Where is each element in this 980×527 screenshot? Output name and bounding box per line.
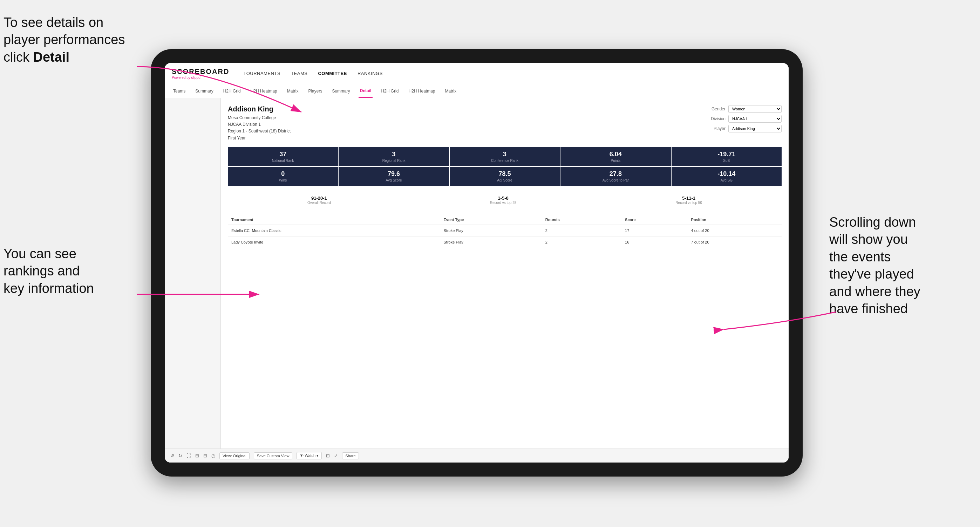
arrow-to-table — [717, 308, 840, 337]
cell-event-type-2: Stroke Play — [440, 236, 542, 248]
cell-position-1: 4 out of 20 — [688, 225, 782, 236]
player-header: Addison King Mesa Community College NJCA… — [228, 105, 782, 141]
table-header-row: Tournament Event Type Rounds Score Posit… — [228, 215, 782, 225]
subnav-h2h-heatmap2[interactable]: H2H Heatmap — [407, 84, 436, 98]
stat-wins: 0 Wins — [228, 167, 338, 186]
arrow-to-stats — [133, 280, 274, 308]
gender-select[interactable]: Women — [728, 105, 782, 113]
col-tournament: Tournament — [228, 215, 440, 225]
grid-icon[interactable]: ⊞ — [195, 453, 199, 458]
stat-national-rank: 37 National Rank — [228, 147, 338, 166]
events-table: Tournament Event Type Rounds Score Posit… — [228, 215, 782, 248]
undo-icon[interactable]: ↺ — [170, 453, 174, 458]
col-position: Position — [688, 215, 782, 225]
tablet-screen: SCOREBOARD Powered by clippd TOURNAMENTS… — [165, 63, 789, 462]
fullscreen-icon[interactable]: ⤢ — [334, 453, 338, 458]
detail-panel: Addison King Mesa Community College NJCA… — [221, 98, 789, 449]
player-control: Player Addison King — [705, 125, 782, 132]
division-select[interactable]: NJCAA I — [728, 115, 782, 123]
gender-control: Gender Women — [705, 105, 782, 113]
minus-icon[interactable]: ⊟ — [203, 453, 207, 458]
table-row: Lady Coyote Invite Stroke Play 2 16 7 ou… — [228, 236, 782, 248]
cell-tournament-1: Estella CC- Mountain Classic — [228, 225, 440, 236]
col-rounds: Rounds — [542, 215, 621, 225]
subnav-h2h-grid2[interactable]: H2H Grid — [380, 84, 400, 98]
stats-row1: 37 National Rank 3 Regional Rank 3 Confe… — [228, 147, 782, 166]
left-sidebar — [165, 98, 221, 449]
player-controls: Gender Women Division NJCAA I — [705, 105, 782, 132]
stat-avg-score: 79.6 Avg Score — [339, 167, 449, 186]
cell-rounds-2: 2 — [542, 236, 621, 248]
gender-label: Gender — [705, 106, 725, 111]
subnav-matrix2[interactable]: Matrix — [444, 84, 458, 98]
player-year: First Year — [228, 135, 291, 141]
table-row: Estella CC- Mountain Classic Stroke Play… — [228, 225, 782, 236]
annotation-topleft: To see details on player performances cl… — [3, 14, 137, 66]
player-division: NJCAA Division 1 — [228, 121, 291, 128]
stat-avg-sg: -10.14 Avg SG — [671, 167, 782, 186]
stat-conference-rank: 3 Conference Rank — [450, 147, 560, 166]
division-control: Division NJCAA I — [705, 115, 782, 123]
records-row: 91-20-1 Overall Record 1-5-0 Record vs t… — [228, 191, 782, 209]
record-top25: 1-5-0 Record vs top 25 — [490, 195, 517, 205]
main-content: Addison King Mesa Community College NJCA… — [165, 98, 789, 449]
clock-icon[interactable]: ◷ — [212, 453, 215, 458]
stat-points: 6.04 Points — [560, 147, 670, 166]
cell-position-2: 7 out of 20 — [688, 236, 782, 248]
division-label: Division — [705, 116, 725, 121]
col-score: Score — [621, 215, 688, 225]
stat-regional-rank: 3 Regional Rank — [339, 147, 449, 166]
present-icon[interactable]: ⊡ — [326, 453, 330, 458]
view-original-button[interactable]: View: Original — [220, 452, 250, 459]
record-overall: 91-20-1 Overall Record — [307, 195, 331, 205]
subnav-players[interactable]: Players — [307, 84, 323, 98]
player-region: Region 1 - Southwest (18) District — [228, 128, 291, 135]
watch-button[interactable]: 👁 Watch ▾ — [296, 452, 322, 459]
redo-icon[interactable]: ↻ — [178, 453, 182, 458]
player-select[interactable]: Addison King — [728, 125, 782, 132]
stats-row2: 0 Wins 79.6 Avg Score 78.5 Adj Score 27.… — [228, 167, 782, 186]
cell-event-type-1: Stroke Play — [440, 225, 542, 236]
nav-committee[interactable]: COMMITTEE — [318, 71, 347, 76]
record-top50: 5-11-1 Record vs top 50 — [675, 195, 702, 205]
cell-rounds-1: 2 — [542, 225, 621, 236]
expand-icon[interactable]: ⛶ — [186, 453, 191, 458]
stat-sos: -19.71 SoS — [671, 147, 782, 166]
bottom-toolbar: ↺ ↻ ⛶ ⊞ ⊟ ◷ View: Original Save Custom V… — [165, 449, 789, 462]
cell-score-2: 16 — [621, 236, 688, 248]
arrow-to-detail — [133, 63, 309, 119]
subnav-detail[interactable]: Detail — [359, 84, 373, 98]
annotation-bottomright: Scrolling down will show you the events … — [829, 214, 977, 317]
share-button[interactable]: Share — [342, 452, 359, 459]
stat-avg-score-par: 27.8 Avg Score to Par — [560, 167, 670, 186]
player-label: Player — [705, 126, 725, 131]
save-custom-view-button[interactable]: Save Custom View — [254, 452, 293, 459]
col-event-type: Event Type — [440, 215, 542, 225]
subnav-summary2[interactable]: Summary — [331, 84, 351, 98]
nav-rankings[interactable]: RANKINGS — [358, 71, 383, 76]
stat-adj-score: 78.5 Adj Score — [450, 167, 560, 186]
cell-tournament-2: Lady Coyote Invite — [228, 236, 440, 248]
annotation-bottomleft: You can see rankings and key information — [3, 245, 137, 297]
cell-score-1: 17 — [621, 225, 688, 236]
